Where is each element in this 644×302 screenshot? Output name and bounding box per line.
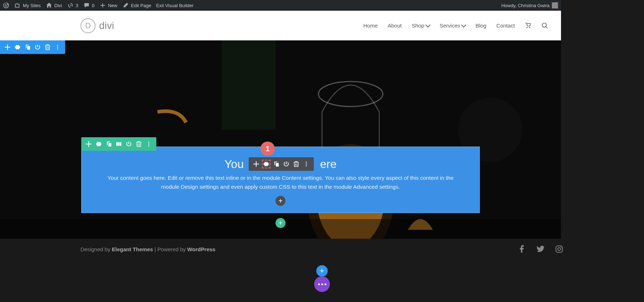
new-label: New	[108, 3, 117, 8]
comments-link[interactable]: 0	[83, 2, 94, 9]
row-toolbar	[81, 137, 156, 151]
updates-link[interactable]: 3	[67, 2, 78, 9]
row-columns-button[interactable]	[116, 141, 122, 147]
network-icon	[14, 2, 21, 9]
logo[interactable]: D divi	[80, 18, 114, 33]
section-move-button[interactable]	[4, 44, 11, 50]
site-name-link[interactable]: Divi	[46, 2, 62, 9]
add-module-button[interactable]: +	[275, 196, 286, 206]
row-settings-button[interactable]	[96, 141, 102, 147]
module-settings-button[interactable]	[263, 161, 269, 167]
avatar	[552, 2, 558, 9]
nav-home[interactable]: Home	[363, 23, 377, 29]
svg-point-17	[306, 162, 307, 163]
section-settings-button[interactable]	[14, 44, 21, 50]
site-footer: Designed by Elegant Themes | Powered by …	[0, 239, 561, 259]
site-header: D divi Home About Shop Services Blog Con…	[0, 11, 561, 40]
section-more-button[interactable]	[54, 44, 61, 50]
search-icon	[541, 22, 548, 29]
hero-section: You r Title Goes H ere Your content goes…	[0, 40, 561, 239]
instagram-icon[interactable]	[555, 245, 561, 253]
footer-theme-link[interactable]: Elegant Themes	[112, 246, 153, 252]
module-body: Your content goes here. Edit or remove t…	[103, 174, 458, 192]
module-more-button[interactable]	[303, 161, 309, 167]
exit-builder-link[interactable]: Exit Visual Builder	[156, 3, 194, 8]
logo-text: divi	[99, 20, 114, 31]
footer-separator: | Powered by	[153, 246, 187, 252]
svg-point-19	[306, 165, 307, 167]
section-duplicate-button[interactable]	[24, 44, 31, 50]
row-move-button[interactable]	[86, 141, 92, 147]
svg-point-18	[306, 164, 307, 165]
nav-services-label: Services	[440, 23, 460, 29]
module-move-button[interactable]	[253, 161, 259, 167]
pencil-icon	[122, 2, 129, 9]
svg-point-10	[57, 49, 58, 50]
new-link[interactable]: New	[99, 2, 117, 9]
svg-point-15	[148, 144, 150, 145]
annotation-number: 1	[265, 145, 269, 153]
module-power-button[interactable]	[283, 161, 289, 167]
svg-point-9	[57, 47, 58, 48]
module-title-right: ere	[320, 158, 337, 170]
module-toolbar	[249, 157, 314, 171]
module-delete-button[interactable]	[293, 161, 299, 167]
plus-icon	[99, 2, 106, 9]
comment-icon	[83, 2, 90, 9]
footer-platform-link[interactable]: WordPress	[187, 246, 215, 252]
section-toolbar	[0, 40, 65, 54]
nav-about-label: About	[387, 23, 401, 29]
nav-contact-label: Contact	[496, 23, 515, 29]
svg-point-16	[148, 145, 150, 147]
wp-logo[interactable]	[3, 2, 9, 9]
chevron-down-icon	[425, 22, 430, 27]
home-icon	[46, 2, 52, 9]
nav-shop-label: Shop	[412, 23, 424, 29]
chevron-down-icon	[461, 22, 466, 27]
howdy-link[interactable]: Howdy, Christina Gwira	[501, 2, 558, 9]
svg-point-0	[542, 23, 547, 27]
footer-credits: Designed by Elegant Themes | Powered by …	[80, 246, 215, 252]
logo-mark: D	[80, 18, 96, 33]
facebook-icon[interactable]	[518, 245, 526, 253]
twitter-icon[interactable]	[536, 245, 545, 253]
section-delete-button[interactable]	[44, 44, 51, 50]
site-name-label: Divi	[54, 3, 62, 8]
my-sites-link[interactable]: My Sites	[14, 2, 41, 9]
svg-point-8	[57, 45, 58, 46]
row-duplicate-button[interactable]	[106, 141, 112, 147]
cart-icon	[525, 23, 531, 29]
module-duplicate-button[interactable]	[273, 161, 279, 167]
search-link[interactable]	[541, 22, 548, 29]
section-power-button[interactable]	[34, 44, 41, 50]
comments-count: 0	[92, 3, 94, 8]
footer-social	[518, 245, 561, 253]
edit-page-label: Edit Page	[131, 3, 151, 8]
svg-point-14	[148, 142, 150, 143]
svg-rect-20	[556, 246, 561, 252]
admin-bar-left: My Sites Divi 3 0 New Edit Page Exit Vis…	[3, 2, 194, 9]
cart-link[interactable]	[525, 23, 531, 29]
add-row-button[interactable]: +	[275, 218, 286, 228]
wp-admin-bar: My Sites Divi 3 0 New Edit Page Exit Vis…	[0, 0, 561, 11]
svg-rect-13	[120, 142, 121, 146]
exit-builder-label: Exit Visual Builder	[156, 3, 194, 8]
row-power-button[interactable]	[126, 141, 132, 147]
row-delete-button[interactable]	[136, 141, 142, 147]
footer-designed-by: Designed by	[80, 246, 112, 252]
updates-count: 3	[76, 3, 78, 8]
nav-services[interactable]: Services	[440, 23, 466, 29]
edit-page-link[interactable]: Edit Page	[122, 2, 151, 9]
nav-shop[interactable]: Shop	[412, 23, 430, 29]
svg-rect-12	[118, 142, 119, 146]
annotation-badge: 1	[260, 142, 275, 156]
nav-about[interactable]: About	[387, 23, 401, 29]
nav-blog-label: Blog	[475, 23, 486, 29]
row-more-button[interactable]	[146, 141, 152, 147]
nav-home-label: Home	[363, 23, 377, 29]
svg-rect-11	[116, 142, 118, 146]
wordpress-icon	[3, 2, 9, 9]
nav-blog[interactable]: Blog	[475, 23, 486, 29]
nav-contact[interactable]: Contact	[496, 23, 515, 29]
refresh-icon	[67, 2, 74, 9]
